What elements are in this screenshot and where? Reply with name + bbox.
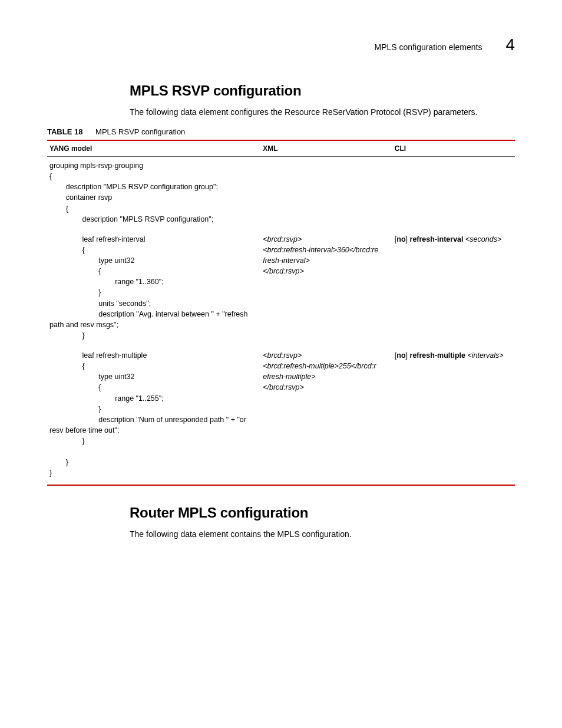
yang-cell: leaf refresh-interval { type uint32 { ra…	[47, 230, 260, 347]
section-intro-router: The following data element contains the …	[130, 529, 515, 539]
col-header-cli: CLI	[392, 141, 515, 157]
table-header-row: YANG model XML CLI	[47, 141, 515, 157]
table-number: TABLE 18	[47, 127, 82, 136]
section-title-rsvp: MPLS RSVP configuration	[130, 83, 515, 99]
header-text: MPLS configuration elements	[375, 42, 482, 52]
xml-cell	[260, 157, 392, 230]
table-title: MPLS RSVP configuration	[95, 127, 185, 136]
page-header: MPLS configuration elements 4	[47, 35, 515, 54]
table-row: leaf refresh-interval { type uint32 { ra…	[47, 230, 515, 347]
xml-cell: <brcd:rsvp> <brcd:refresh-interval>360</…	[260, 230, 392, 347]
table-row: grouping mpls-rsvp-grouping { descriptio…	[47, 157, 515, 230]
col-header-xml: XML	[260, 141, 392, 157]
yang-cell: leaf refresh-multiple { type uint32 { ra…	[47, 347, 260, 485]
table-row: leaf refresh-multiple { type uint32 { ra…	[47, 347, 515, 485]
rsvp-config-table: YANG model XML CLI grouping mpls-rsvp-gr…	[47, 140, 515, 486]
col-header-yang: YANG model	[47, 141, 260, 157]
yang-cell: grouping mpls-rsvp-grouping { descriptio…	[47, 157, 260, 230]
section-intro-rsvp: The following data element configures th…	[130, 107, 515, 117]
xml-cell: <brcd:rsvp> <brcd:refresh-multiple>255</…	[260, 347, 392, 485]
cli-cell	[392, 157, 515, 230]
chapter-number: 4	[505, 35, 515, 54]
section-title-router: Router MPLS configuration	[130, 505, 515, 521]
cli-cell: [no] refresh-multiple <intervals>	[392, 347, 515, 485]
cli-cell: [no] refresh-interval <seconds>	[392, 230, 515, 347]
table-caption: TABLE 18 MPLS RSVP configuration	[47, 127, 515, 136]
